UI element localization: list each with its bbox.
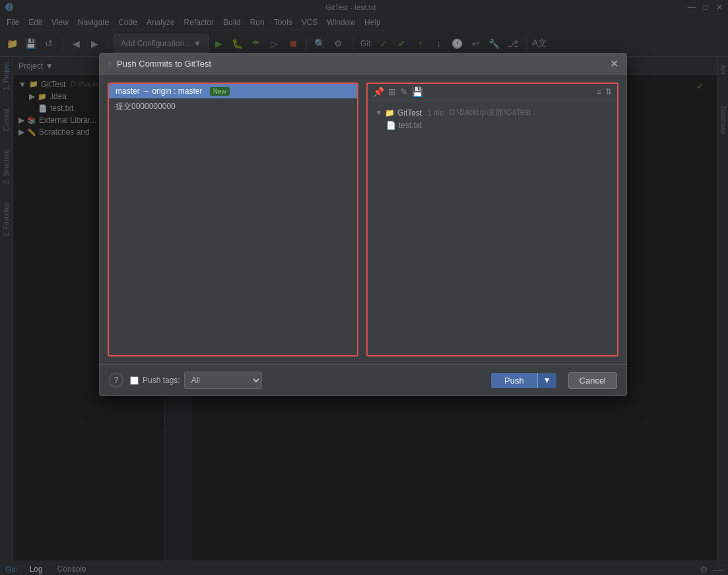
push-dialog: ↑ Push Commits to GitTest ✕ master → ori…: [99, 53, 627, 396]
push-button[interactable]: Push: [491, 373, 537, 388]
modal-overlay: ↑ Push Commits to GitTest ✕ master → ori…: [0, 0, 728, 575]
repo-folder-icon: 📁: [385, 108, 395, 118]
help-button[interactable]: ?: [109, 373, 123, 388]
repo-path: D:\Backup\桌面\GitTest: [449, 107, 531, 118]
push-button-group: Push ▼: [491, 373, 556, 388]
push-dropdown-button[interactable]: ▼: [537, 373, 556, 388]
right-panel-actions: ≡ ⇅: [597, 87, 612, 96]
cancel-button[interactable]: Cancel: [568, 372, 617, 389]
dialog-footer: ? Push tags: All Annotated only Don't pu…: [100, 364, 626, 395]
new-badge: New: [210, 87, 230, 96]
file-row[interactable]: 📄 test.txt: [373, 119, 612, 131]
file-item-name: test.txt: [399, 121, 422, 130]
branch-from-label: master: [116, 86, 140, 96]
dialog-right-toolbar: 📌 ⊞ ✎ 💾 ≡ ⇅: [368, 84, 617, 100]
push-tags-select[interactable]: All Annotated only Don't push tags: [184, 372, 262, 389]
branch-to-label: master: [178, 86, 203, 96]
push-tags-checkbox-wrapper[interactable]: [130, 376, 139, 385]
dialog-files-panel: 📌 ⊞ ✎ 💾 ≡ ⇅ ▼ 📁 GitTest 1 file D: [366, 83, 618, 356]
commit-row[interactable]: 提交0000000000: [109, 98, 357, 116]
toolbar-save-icon[interactable]: 💾: [412, 86, 423, 97]
dialog-title-icon: ↑: [108, 59, 112, 69]
dialog-title: Push Commits to GitTest: [117, 59, 211, 69]
repo-file-count: 1 file: [427, 108, 444, 118]
toolbar-edit-icon[interactable]: ✎: [400, 86, 408, 97]
right-panel-eq-icon[interactable]: ≡: [597, 87, 601, 96]
toolbar-pin-icon[interactable]: 📌: [373, 86, 384, 97]
branch-colon-label: :: [174, 86, 178, 96]
repo-row[interactable]: ▼ 📁 GitTest 1 file D:\Backup\桌面\GitTest: [373, 106, 612, 119]
commit-hash-label: 提交0000000000: [116, 102, 176, 111]
dialog-close-button[interactable]: ✕: [610, 57, 618, 70]
push-tags-label: Push tags:: [143, 376, 180, 385]
push-tags-section: Push tags: All Annotated only Don't push…: [130, 372, 262, 389]
help-label: ?: [114, 376, 119, 385]
branch-arrow-label: →: [142, 86, 152, 96]
toolbar-grid-icon[interactable]: ⊞: [388, 86, 396, 97]
right-panel-sort-icon[interactable]: ⇅: [605, 87, 612, 96]
repo-expand-icon[interactable]: ▼: [376, 109, 382, 116]
push-tags-checkbox[interactable]: [130, 376, 139, 385]
dialog-right-content: ▼ 📁 GitTest 1 file D:\Backup\桌面\GitTest …: [368, 100, 617, 137]
file-item-icon: 📄: [386, 121, 396, 130]
repo-name: GitTest: [397, 108, 422, 118]
branch-remote-label: origin: [152, 86, 171, 96]
dialog-title-bar: ↑ Push Commits to GitTest ✕: [100, 53, 626, 75]
dialog-body: master → origin : master New 提交000000000…: [100, 75, 626, 364]
dialog-commits-panel: master → origin : master New 提交000000000…: [108, 83, 358, 356]
dialog-commits-header: master → origin : master New: [109, 84, 357, 98]
